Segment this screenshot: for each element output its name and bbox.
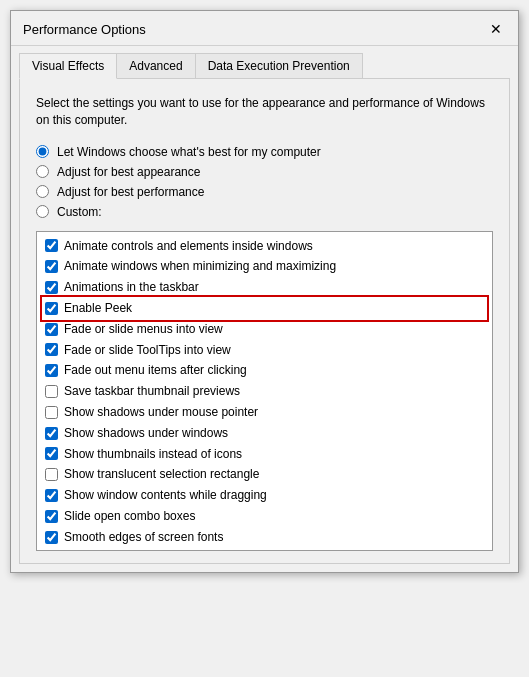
checkbox-item-cb1[interactable]: Animate controls and elements inside win… [43,236,486,257]
checkbox-cb4[interactable] [45,302,58,315]
checkbox-list: Animate controls and elements inside win… [36,231,493,551]
checkbox-cb13[interactable] [45,489,58,502]
checkbox-cb1[interactable] [45,239,58,252]
tab-data-execution[interactable]: Data Execution Prevention [196,53,363,79]
checkbox-cb5[interactable] [45,323,58,336]
close-button[interactable]: ✕ [486,19,506,39]
checkbox-cb2[interactable] [45,260,58,273]
tab-visual-effects[interactable]: Visual Effects [19,53,117,79]
checkbox-label-cb8: Save taskbar thumbnail previews [64,383,240,400]
checkbox-label-cb4: Enable Peek [64,300,132,317]
checkbox-item-cb2[interactable]: Animate windows when minimizing and maxi… [43,256,486,277]
checkbox-item-cb14[interactable]: Slide open combo boxes [43,506,486,527]
checkbox-cb10[interactable] [45,427,58,440]
checkbox-label-cb13: Show window contents while dragging [64,487,267,504]
checkbox-cb15[interactable] [45,531,58,544]
checkbox-label-cb14: Slide open combo boxes [64,508,195,525]
radio-best-performance[interactable]: Adjust for best performance [36,185,493,199]
checkbox-cb8[interactable] [45,385,58,398]
checkbox-item-cb11[interactable]: Show thumbnails instead of icons [43,444,486,465]
radio-custom[interactable]: Custom: [36,205,493,219]
performance-options-dialog: Performance Options ✕ Visual Effects Adv… [10,10,519,573]
checkbox-label-cb10: Show shadows under windows [64,425,228,442]
checkbox-label-cb3: Animations in the taskbar [64,279,199,296]
radio-best-appearance[interactable]: Adjust for best appearance [36,165,493,179]
checkbox-item-cb5[interactable]: Fade or slide menus into view [43,319,486,340]
radio-best-windows[interactable]: Let Windows choose what's best for my co… [36,145,493,159]
checkbox-item-cb9[interactable]: Show shadows under mouse pointer [43,402,486,423]
checkbox-cb6[interactable] [45,343,58,356]
checkbox-label-cb6: Fade or slide ToolTips into view [64,342,231,359]
checkbox-label-cb15: Smooth edges of screen fonts [64,529,223,546]
tab-content: Select the settings you want to use for … [19,78,510,564]
checkbox-cb14[interactable] [45,510,58,523]
checkbox-label-cb9: Show shadows under mouse pointer [64,404,258,421]
checkbox-cb12[interactable] [45,468,58,481]
checkbox-cb7[interactable] [45,364,58,377]
tab-bar: Visual Effects Advanced Data Execution P… [11,46,518,78]
checkbox-item-cb12[interactable]: Show translucent selection rectangle [43,464,486,485]
title-bar: Performance Options ✕ [11,11,518,46]
tab-advanced[interactable]: Advanced [117,53,195,79]
checkbox-item-cb13[interactable]: Show window contents while dragging [43,485,486,506]
checkbox-label-cb12: Show translucent selection rectangle [64,466,259,483]
checkbox-item-cb7[interactable]: Fade out menu items after clicking [43,360,486,381]
checkbox-label-cb2: Animate windows when minimizing and maxi… [64,258,336,275]
checkbox-item-cb15[interactable]: Smooth edges of screen fonts [43,527,486,548]
checkbox-cb11[interactable] [45,447,58,460]
checkbox-item-cb4[interactable]: Enable Peek [43,298,486,319]
checkbox-item-cb3[interactable]: Animations in the taskbar [43,277,486,298]
checkbox-label-cb7: Fade out menu items after clicking [64,362,247,379]
checkbox-label-cb5: Fade or slide menus into view [64,321,223,338]
dialog-title: Performance Options [23,22,146,37]
checkbox-cb3[interactable] [45,281,58,294]
checkbox-item-cb10[interactable]: Show shadows under windows [43,423,486,444]
checkbox-cb9[interactable] [45,406,58,419]
checkbox-label-cb1: Animate controls and elements inside win… [64,238,313,255]
description-text: Select the settings you want to use for … [36,95,493,129]
radio-group: Let Windows choose what's best for my co… [36,145,493,219]
checkbox-item-cb8[interactable]: Save taskbar thumbnail previews [43,381,486,402]
checkbox-item-cb6[interactable]: Fade or slide ToolTips into view [43,340,486,361]
checkbox-label-cb11: Show thumbnails instead of icons [64,446,242,463]
